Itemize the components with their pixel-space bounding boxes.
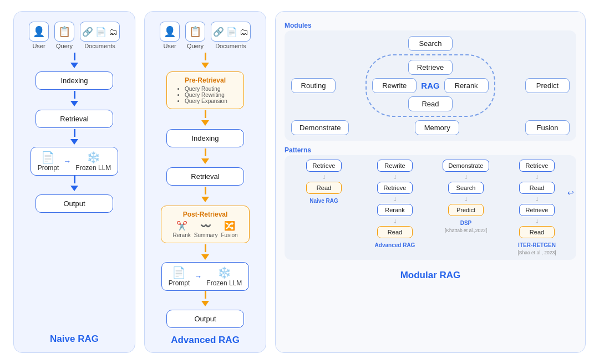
retrieve-module: Retrieve [408,60,453,75]
adv-arrow-line-5 [205,244,206,252]
adv-retrieval-box: Retrieval [166,167,244,186]
demonstrate-module: Demonstrate [291,120,349,135]
dsp-predict: Predict [448,204,484,216]
modules-section: Modules Search Routing Retrieve [285,22,576,141]
user-label: User [32,43,45,49]
user-icon-item: 👤 User [29,22,49,49]
pre-retrieval-box: Pre-Retrieval Query Routing Query Rewrit… [166,71,244,109]
dashed-oval: Retrieve Rewrite RAG Rerank Read [366,54,495,117]
naive-icons-row: 👤 User 📋 Query 🔗 📄 🗂 Documents [29,22,120,49]
query-label: Query [56,43,73,49]
advanced-icons-row: 👤 User 📋 Query 🔗 📄 🗂 Documents [160,22,251,49]
main-container: 👤 User 📋 Query 🔗 📄 🗂 Documents Indexing [0,0,599,364]
patterns-area: Retrieve ↓ Read Naive RAG Rewrite ↓ Retr… [285,155,576,260]
search-module: Search [408,36,453,51]
post-retrieval-box: Post-Retrieval ✂️ Rerank 〰️ Summary 🔀 Fu… [161,206,249,243]
adv-arrow-1 [201,63,209,68]
fusion-module: Fusion [525,120,570,135]
naive-retrieval-box: Retrieval [35,110,113,128]
adv-snowflake-icon: ❄️ [217,266,231,279]
naive-rag-title: Naive RAG [50,328,99,345]
adv-arrow-3 [201,158,209,164]
arrow-line-4 [74,176,75,183]
adv-arrow-line-2 [205,110,206,118]
iter-arrow-1: ↓ [535,173,539,180]
adv-query-icon-item: 📋 Query [185,22,205,49]
adv-read: Read [377,226,413,238]
adv-arrow-p3: ↓ [393,218,397,224]
adv-arrow-line-3 [205,148,206,156]
fusion-icon: 🔀 [224,221,235,231]
adv-arrow-p1: ↓ [393,173,397,180]
documents-label: Documents [84,43,115,49]
adv-arrow-line-1 [205,53,206,60]
dsp-arrow-2: ↓ [464,196,468,202]
adv-user-icon: 👤 [160,22,180,42]
pattern-naive: Retrieve ↓ Read Naive RAG [290,160,358,255]
dsp-arrow-1: ↓ [464,173,468,180]
adv-arrow-5 [201,254,209,260]
iter-arrow-3: ↓ [535,218,539,224]
patterns-section: Patterns Retrieve ↓ Read Naive RAG Rewri… [285,146,576,260]
pattern-iter: Retrieve ↓ Read ↓ Retrieve ↓ Read ↩ ITER… [503,160,571,255]
iter-retrieve2: Retrieve [519,204,555,216]
adv-rewrite: Rewrite [377,160,413,172]
iter-pattern-sub: [Shao et al., 2023] [518,250,556,255]
rag-label: RAG [421,81,439,90]
adv-arrow-6 [201,301,209,306]
patterns-grid: Retrieve ↓ Read Naive RAG Rewrite ↓ Retr… [290,160,571,255]
summary-item: 〰️ Summary [194,221,218,238]
arrow-line-2 [74,91,75,99]
naive-indexing-box: Indexing [35,71,113,90]
dsp-pattern-label: DSP [460,220,472,226]
modules-area: Search Routing Retrieve Rewrite RAG [285,30,576,141]
adv-arrow-line-4 [205,187,206,194]
modular-rag-panel: Modules Search Routing Retrieve [275,11,586,353]
pattern-dsp: Demonstrate ↓ Search ↓ Predict DSP [Khat… [432,160,500,255]
adv-prompt-row: 📄 Prompt → ❄️ Frozen LLM [161,262,250,291]
pattern-advanced: Rewrite ↓ Retrieve ↓ Rerank ↓ Read Advan… [361,160,429,255]
memory-module: Memory [415,120,459,135]
arrow-line-1 [74,53,75,60]
modular-inner: Modules Search Routing Retrieve [285,22,576,260]
advanced-pattern-label: Advanced RAG [375,242,415,248]
adv-user-label: User [163,43,176,49]
arrow-right-icon: → [63,157,71,166]
predict-module: Predict [525,78,570,93]
naive-prompt-row: 📄 Prompt → ❄️ Frozen LLM [31,147,119,176]
query-icon: 📋 [54,22,74,42]
dsp-search: Search [448,182,484,194]
arrow-2 [70,101,78,106]
naive-arrow-1: ↓ [322,173,326,180]
read-module: Read [408,96,453,111]
iter-pattern-label: ITER-RETGEN [518,242,556,248]
naive-retrieve: Retrieve [306,160,342,172]
advanced-rag-title: Advanced RAG [171,329,240,346]
documents-icon: 🔗 📄 🗂 [80,22,120,42]
iter-arrow-2: ↓ [535,196,539,202]
rerank-module: Rerank [444,78,489,93]
dsp-pattern-sub: [Khattab et al.,2022] [445,228,487,233]
iter-read1: Read [519,182,555,194]
arrow-line-3 [74,129,75,137]
documents-icon-item: 🔗 📄 🗂 Documents [80,22,120,49]
adv-rerank: Rerank [377,204,413,216]
adv-output-box: Output [166,310,244,328]
adv-documents-label: Documents [215,43,246,49]
iter-retrieve1: Retrieve [519,160,555,172]
iter-read2: Read [519,226,555,238]
rerank-item: ✂️ Rerank [172,221,190,238]
query-icon-item: 📋 Query [54,22,74,49]
arrow-1 [70,63,78,68]
loop-arrow-icon: ↩ [567,188,574,197]
adv-user-icon-item: 👤 User [160,22,180,49]
adv-retrieve: Retrieve [377,182,413,194]
dsp-demonstrate: Demonstrate [443,160,490,172]
fusion-item: 🔀 Fusion [221,221,238,238]
arrow-4 [70,186,78,191]
adv-documents-icon-item: 🔗 📄 🗂 Documents [211,22,251,49]
advanced-rag-panel: 👤 User 📋 Query 🔗 📄 🗂 Documents Pre-Retri… [144,11,266,353]
naive-pattern-label: Naive RAG [309,198,338,204]
arrow-3 [70,139,78,145]
adv-arrow-4 [201,197,209,202]
